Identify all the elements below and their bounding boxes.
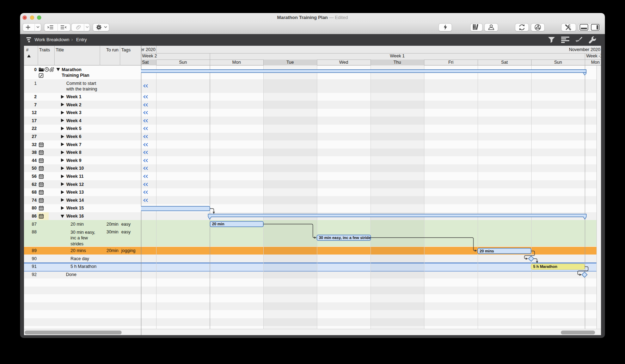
svg-text:5 h Marathon: 5 h Marathon bbox=[533, 264, 558, 269]
svg-text:20 mins: 20 mins bbox=[480, 249, 494, 253]
svg-text:30 min easy, inc a few strides: 30 min easy, inc a few strides bbox=[319, 236, 373, 240]
svg-text:20 min: 20 min bbox=[212, 222, 225, 226]
